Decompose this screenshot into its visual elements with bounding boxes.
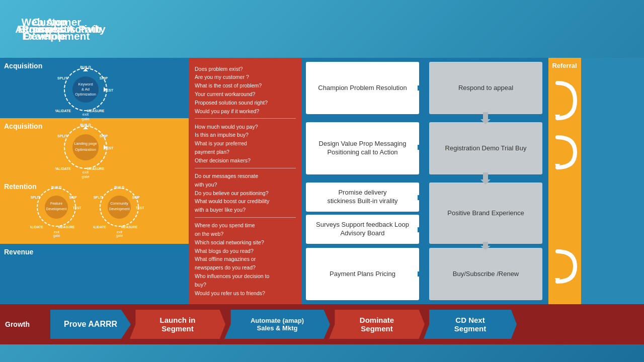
svg-text:SPLIT: SPLIT (57, 76, 68, 80)
exit-gate-4: exitgate (116, 230, 123, 237)
ba-cell-promise: Promise deliverystickiness Built-in vira… (306, 183, 419, 212)
svg-text:SHIP: SHIP (100, 134, 108, 138)
svg-text:Optimization: Optimization (75, 147, 96, 152)
arrow-ba-pp-5 (418, 269, 428, 279)
svg-text:SPLIT: SPLIT (31, 196, 40, 199)
chevron-launch: Launch in Segment (130, 310, 225, 339)
exit-gate-2: exitgate (82, 170, 90, 179)
svg-text:Keyword: Keyword (78, 82, 93, 86)
svg-text:MEASURE: MEASURE (121, 225, 138, 229)
pp-cell-respond: Respond to appeal (429, 62, 542, 114)
svg-marker-43 (418, 193, 428, 203)
ba-cell-payment: Payment Plans Pricing (306, 248, 419, 300)
svg-text:SPLIT: SPLIT (57, 134, 68, 138)
pp-cell-registration: Registration Demo Trial Buy (429, 122, 542, 174)
svg-marker-45 (418, 269, 428, 279)
pp-down-arrow-2 (480, 172, 491, 185)
chevron-dominate: Dominate Segment (329, 310, 425, 339)
label-rev: Revenue (4, 248, 33, 256)
question-group-4: Where do you spend timeon the web?Which … (195, 221, 296, 297)
svg-text:Development: Development (109, 207, 129, 211)
referral-label: Referral (550, 62, 579, 73)
label-acq2: Acquisition (4, 122, 42, 130)
svg-text:BUILD: BUILD (80, 65, 91, 69)
extra-right-bg (581, 58, 644, 304)
circle-feature: BUILD TEST MEASURE VALIDATE SPLIT SHIP F… (30, 186, 83, 237)
question-group-2: How much would you pay?Is this an impuls… (195, 123, 296, 168)
arrow-ba-pp-4 (418, 225, 428, 235)
q1-text: Does problem exist?Are you my customer ?… (195, 65, 296, 116)
svg-text:BUILD: BUILD (114, 186, 124, 189)
svg-text:VALIDATE: VALIDATE (55, 167, 71, 170)
svg-marker-48 (480, 242, 491, 250)
header-row: Acquisition Web App Example Customer Dev… (0, 0, 644, 58)
main-container: Acquisition Web App Example Customer Dev… (0, 0, 644, 362)
svg-text:SHIP: SHIP (69, 196, 77, 199)
question-group-3: Do our messages resonatewith you?Do you … (195, 172, 296, 218)
svg-text:Development: Development (46, 207, 66, 211)
svg-text:Optimization: Optimization (75, 92, 96, 97)
label-acq1: Acquisition (4, 62, 42, 70)
circle-community: BUILD TEST MEASURE VALIDATE SPLIT SHIP C… (93, 186, 146, 237)
svg-text:VALIDATE: VALIDATE (55, 109, 71, 113)
pp-cell-brand: Positive Brand Experience (429, 183, 542, 244)
header-prospects-path: Prospect's Path (0, 0, 123, 58)
svg-marker-41 (418, 83, 428, 93)
q3-text: Do our messages resonatewith you?Do you … (195, 172, 296, 214)
pp-down-arrow-3 (480, 242, 491, 250)
circle-landing: BUILD TEST MEASURE VALIDATE SPLIT SHIP L… (55, 123, 116, 179)
exit-gate-1: exitgate (82, 112, 90, 121)
pp-cell-buy: Buy/Subscribe /Renew (429, 248, 542, 300)
growth-label: Growth (5, 320, 48, 328)
ba-cell-design: Design Value Prop Messaging Positioning … (306, 122, 419, 174)
growth-row: Growth Prove AARRR Launch in Segment Aut… (0, 304, 644, 344)
content-area: Acquisition Acquisition Retention Revenu… (0, 58, 644, 362)
exit-gate-3: exitgate (53, 230, 60, 237)
referral-arrow-1 (551, 75, 579, 126)
svg-marker-47 (480, 172, 491, 185)
pp-down-arrow-1 (480, 112, 491, 124)
svg-text:MEASURE: MEASURE (87, 167, 104, 170)
svg-text:SHIP: SHIP (100, 76, 108, 80)
svg-text:VALIDATE: VALIDATE (93, 225, 106, 229)
referral-arrow-2 (551, 132, 579, 172)
arrow-ba-pp-1 (418, 83, 428, 93)
svg-text:TEST: TEST (73, 206, 82, 210)
chevron-prove: Prove AARRR (50, 310, 131, 339)
svg-text:Community: Community (110, 202, 128, 206)
svg-marker-44 (418, 225, 428, 235)
svg-text:SPLIT: SPLIT (94, 196, 103, 199)
svg-marker-42 (418, 142, 428, 152)
arrow-ba-pp-2 (418, 142, 428, 152)
q4-text: Where do you spend timeon the web?Which … (195, 221, 296, 297)
chevron-automate: Automate (amap) Sales & Mktg (224, 310, 330, 339)
svg-text:BUILD: BUILD (80, 123, 91, 127)
svg-text:TEST: TEST (136, 206, 144, 210)
svg-text:MEASURE: MEASURE (58, 225, 75, 229)
svg-text:BUILD: BUILD (51, 186, 61, 189)
ba-cell-surveys: Surveys Support feedback Loop Advisory B… (306, 215, 419, 244)
circle-keyword: BUILD TEST MEASURE VALIDATE SPLIT SHIP K… (55, 65, 116, 121)
svg-text:& Ad: & Ad (82, 87, 90, 92)
q2-text: How much would you pay?Is this an impuls… (195, 123, 296, 165)
questions-area: Does problem exist?Are you my customer ?… (189, 58, 302, 304)
ba-cell-champion: Champion Problem Resolution (306, 62, 419, 114)
svg-text:MEASURE: MEASURE (87, 109, 104, 113)
question-group-1: Does problem exist?Are you my customer ?… (195, 65, 296, 119)
svg-marker-46 (480, 112, 491, 124)
svg-text:Landing page: Landing page (74, 141, 97, 146)
svg-text:SHIP: SHIP (132, 196, 140, 199)
chevron-cd-next: CD Next Segment (424, 310, 517, 339)
svg-text:VALIDATE: VALIDATE (30, 225, 43, 229)
arrow-ba-pp-3 (418, 193, 428, 203)
referral-arrow-3 (551, 246, 579, 287)
svg-text:Feature: Feature (50, 202, 62, 205)
